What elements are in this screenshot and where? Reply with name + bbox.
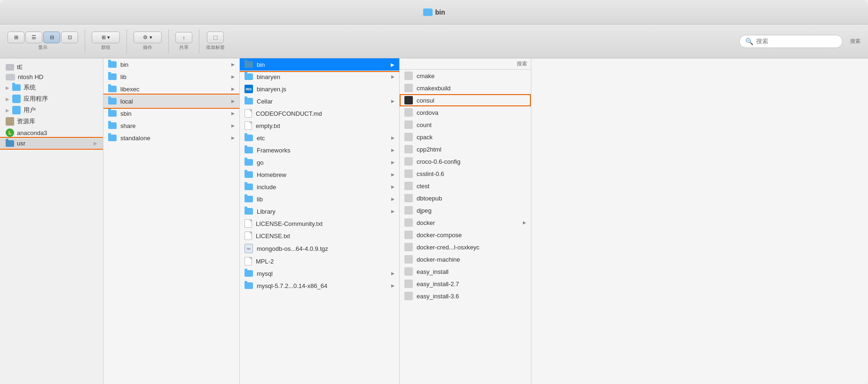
column-item-croco[interactable]: croco-0.6-config — [400, 155, 531, 168]
item-label: sbin — [120, 110, 132, 117]
column-item-license[interactable]: LICENSE.txt — [240, 230, 399, 242]
item-label: dbtoepub — [417, 195, 442, 202]
sidebar-item-hd[interactable]: ntosh HD — [0, 72, 103, 82]
column-item-go[interactable]: go ▶ — [240, 156, 399, 168]
action-btn[interactable]: ⚙ ▾ — [134, 32, 162, 43]
column-item-binaryen-js[interactable]: WS binaryen.js — [240, 83, 399, 95]
sidebar-item-label: 应用程序 — [24, 95, 48, 103]
exec-icon — [404, 218, 413, 227]
folder-icon — [245, 147, 253, 153]
column-item-frameworks[interactable]: Frameworks ▶ — [240, 144, 399, 156]
column-item-count[interactable]: count — [400, 119, 531, 131]
sidebar-item-usr[interactable]: usr ▶ — [0, 138, 103, 148]
add-tag-btn[interactable]: ⬚ — [207, 32, 224, 43]
cover-view-btn[interactable]: ⊡ — [61, 32, 78, 43]
column-item-dbtoepub[interactable]: dbtoepub — [400, 192, 531, 204]
item-label: docker — [417, 219, 435, 226]
sidebar-item-apps[interactable]: ▶ 应用程序 — [0, 93, 103, 104]
column-item-cmakexbuild[interactable]: cmakexbuild — [400, 82, 531, 94]
item-label: docker-cred...l-osxkeyc — [417, 244, 480, 251]
column-item-libexec[interactable]: libexec ▶ — [103, 83, 239, 95]
item-label: easy_install-3.6 — [417, 293, 459, 300]
sidebar-item-anaconda[interactable]: 🐍 anaconda3 — [0, 127, 103, 138]
sidebar-item-system[interactable]: ▶ 系统 — [0, 82, 103, 93]
column-item-license-community[interactable]: LICENSE-Community.txt — [240, 217, 399, 230]
item-label: standalone — [120, 135, 150, 142]
folder-icon — [108, 73, 117, 80]
group-btn[interactable]: ⊞ ▾ — [92, 32, 120, 43]
grid-view-btn[interactable]: ⊞ — [8, 32, 24, 43]
file-icon — [245, 219, 252, 228]
folder-icon — [245, 208, 253, 215]
column-item-docker[interactable]: docker ▶ — [400, 216, 531, 229]
column-item-lib2[interactable]: lib ▶ — [240, 193, 399, 205]
column-item-include[interactable]: include ▶ — [240, 181, 399, 193]
group-btn-group: ⊞ ▾ 群组 — [92, 32, 120, 51]
column-item-cpp2html[interactable]: cpp2html — [400, 143, 531, 155]
column-item-mpl2[interactable]: MPL-2 — [240, 255, 399, 267]
column-item-library[interactable]: Library ▶ — [240, 205, 399, 217]
column-item-docker-machine[interactable]: docker-machine — [400, 253, 531, 265]
exec-icon — [404, 182, 413, 190]
exec-icon — [404, 243, 413, 251]
column-item-standalone[interactable]: standalone ▶ — [103, 132, 239, 144]
column-item-ctest[interactable]: ctest — [400, 180, 531, 192]
exec-icon — [404, 280, 413, 288]
column-item-codeofconduct[interactable]: CODEOFCONDUCT.md — [240, 107, 399, 120]
sidebar-item-library[interactable]: 资源库 — [0, 116, 103, 127]
folder-icon — [108, 98, 117, 104]
list-view-btn[interactable]: ☰ — [25, 32, 42, 43]
share-btn[interactable]: ↑ — [175, 32, 192, 43]
column-item-local[interactable]: local ▶ — [103, 95, 239, 107]
column-item-easy-install[interactable]: easy_install — [400, 265, 531, 278]
column-item-cpack[interactable]: cpack — [400, 131, 531, 143]
column-item-sbin[interactable]: sbin ▶ — [103, 107, 239, 120]
exec-icon — [404, 231, 413, 239]
column-item-lib[interactable]: lib ▶ — [103, 71, 239, 83]
column-item-docker-compose[interactable]: docker-compose — [400, 229, 531, 241]
sidebar-item-label: 系统 — [24, 83, 36, 92]
item-label: cmake — [417, 72, 434, 80]
chevron-right-icon: ▶ — [391, 136, 395, 140]
column-item-mysql-pkg[interactable]: mysql-5.7.2...0.14-x86_64 ▶ — [240, 280, 399, 292]
column-item-mongodb[interactable]: tgz mongodb-os...64-4.0.9.tgz — [240, 242, 399, 255]
column-item-consul[interactable]: consul — [400, 94, 531, 106]
item-label: include — [257, 184, 276, 191]
column-item-binaryen[interactable]: binaryen ▶ — [240, 71, 399, 83]
column-item-csslint[interactable]: csslint-0.6 — [400, 168, 531, 180]
chevron-right-icon: ▶ — [391, 62, 395, 67]
item-label: LICENSE-Community.txt — [256, 220, 323, 227]
column-item-homebrew[interactable]: Homebrew ▶ — [240, 168, 399, 181]
item-label: Frameworks — [257, 147, 291, 154]
column-item-empty-txt[interactable]: empty.txt — [240, 120, 399, 132]
column-item-etc[interactable]: etc ▶ — [240, 132, 399, 144]
column-item-bin[interactable]: bin ▶ — [103, 58, 239, 71]
column-item-docker-cred[interactable]: docker-cred...l-osxkeyc — [400, 241, 531, 253]
column-view-btn[interactable]: ⊟ — [43, 32, 60, 43]
sidebar-item-users[interactable]: ▶ 用户 — [0, 104, 103, 116]
column-item-easy-install-27[interactable]: easy_install-2.7 — [400, 278, 531, 290]
exec-icon — [404, 169, 413, 178]
column-item-cmake[interactable]: cmake — [400, 70, 531, 82]
column-item-easy-install-36[interactable]: easy_install-3.6 — [400, 290, 531, 302]
add-tag-label: 添加标签 — [206, 44, 225, 51]
anaconda-icon: 🐍 — [6, 128, 14, 137]
folder-icon — [12, 84, 21, 91]
column-item-djpeg[interactable]: djpeg — [400, 204, 531, 216]
item-label: cmakexbuild — [417, 85, 450, 92]
item-label: docker-machine — [417, 256, 460, 263]
column-item-mysql[interactable]: mysql ▶ — [240, 267, 399, 280]
item-label: binaryen — [257, 73, 280, 80]
sidebar-item-disk[interactable]: tE — [0, 62, 103, 72]
item-label: CODEOFCONDUCT.md — [256, 110, 322, 117]
exec-icon — [404, 108, 413, 117]
sidebar-item-label: 用户 — [24, 106, 36, 114]
column-item-bin-selected[interactable]: bin ▶ — [240, 58, 399, 71]
chevron-right-icon: ▶ — [231, 111, 235, 116]
column-item-cellar[interactable]: Cellar ▶ — [240, 95, 399, 107]
column-item-cordova[interactable]: cordova — [400, 106, 531, 119]
chevron-right-icon: ▶ — [231, 136, 235, 140]
search-input[interactable] — [756, 38, 836, 45]
column-item-share[interactable]: share ▶ — [103, 120, 239, 132]
item-label: Cellar — [257, 98, 273, 105]
